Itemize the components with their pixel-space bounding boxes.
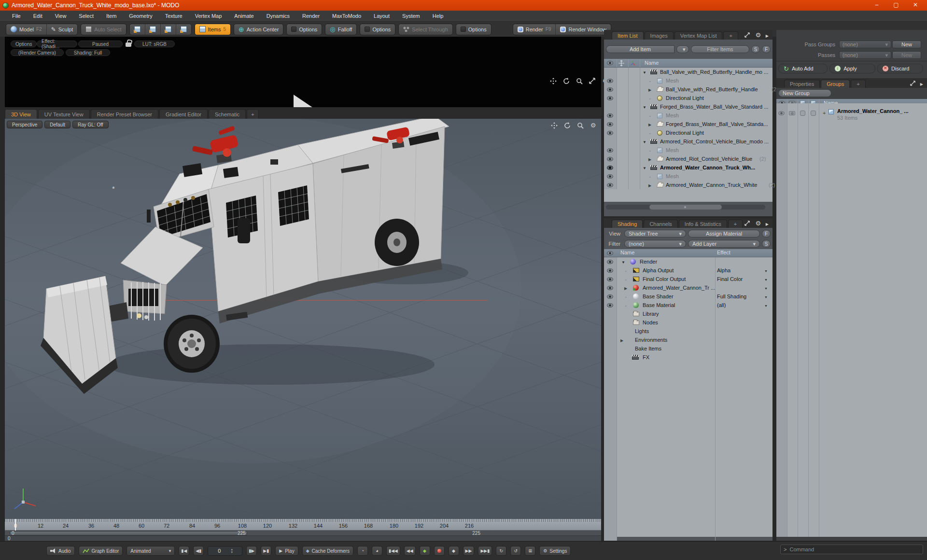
effect-dropdown-icon[interactable] (764, 267, 768, 273)
expand-icon[interactable] (624, 285, 627, 291)
visibility-eye-icon[interactable] (607, 157, 613, 161)
name-column-header[interactable]: Name (645, 60, 659, 66)
menu-edit[interactable]: Edit (27, 13, 49, 19)
group-checkbox2[interactable] (811, 111, 816, 116)
materials-mode-button[interactable] (176, 24, 191, 35)
find-button[interactable]: F (762, 45, 771, 53)
sh-maximize-icon[interactable] (744, 220, 751, 227)
visibility-eye-icon[interactable] (607, 148, 613, 153)
vp-zoom-icon[interactable] (576, 122, 584, 129)
go-to-start-button[interactable]: ▮◀ (179, 546, 189, 556)
visibility-eye-icon[interactable] (607, 277, 613, 281)
expand-plus-icon[interactable]: + (823, 110, 826, 116)
collapse-icon[interactable] (643, 69, 646, 75)
next-key-button[interactable]: ▶▶▮ (478, 546, 492, 556)
play-button[interactable]: ▶ Play (275, 546, 298, 556)
shader-row-final-color-output[interactable]: Final Color Output Final Color (604, 275, 772, 283)
pass-groups-dropdown[interactable]: (none) (839, 41, 891, 48)
auto-add-button[interactable]: Auto Add (778, 64, 828, 73)
rotate-icon[interactable] (562, 77, 570, 84)
current-frame-field[interactable]: ▲▼ (208, 546, 242, 556)
tab-groups[interactable]: Groups (821, 80, 850, 88)
pan-icon[interactable] (549, 77, 557, 84)
settings-button[interactable]: ⚙ Settings (539, 546, 571, 556)
vertices-mode-button[interactable] (130, 24, 145, 35)
tab-info-statistics[interactable]: Info & Statistics (679, 220, 727, 228)
preview-camera-button[interactable]: (Render Camera) (11, 49, 64, 56)
remove-key-button[interactable]: ◆ (449, 546, 459, 556)
item-row-instance[interactable]: Armored_Water_Cannon_Truck_White (2) (604, 181, 772, 189)
frame-spinner[interactable]: ▲▼ (230, 548, 233, 554)
model-layout-button[interactable]: Model F2 (6, 24, 47, 35)
item-list-hscrollbar[interactable] (606, 205, 765, 210)
sh-arrow-icon[interactable] (766, 221, 769, 226)
select-through-button[interactable]: Select Through (399, 24, 452, 35)
item-row-light[interactable]: Directional Light (604, 94, 772, 102)
maximize-panel-icon[interactable] (589, 77, 596, 84)
sh-s-button[interactable]: S (762, 240, 771, 248)
action-center-button[interactable]: Action Center (234, 24, 283, 35)
menu-texture[interactable]: Texture (159, 13, 189, 19)
default-shading-button[interactable]: Default (44, 121, 70, 128)
expand-icon[interactable] (648, 182, 651, 188)
menu-select[interactable]: Select (72, 13, 100, 19)
expand-icon[interactable] (648, 86, 651, 92)
items-mode-button[interactable]: Items 5 (195, 24, 230, 35)
visibility-eye-icon[interactable] (607, 268, 613, 273)
visibility-eye-icon[interactable] (607, 79, 613, 83)
menu-layout[interactable]: Layout (367, 13, 396, 19)
prev-key-button[interactable]: ▮◀◀ (386, 546, 400, 556)
raygl-button[interactable]: Ray GL: Off (72, 121, 109, 128)
add-key-button[interactable]: ◆ (420, 546, 430, 556)
assign-material-button[interactable]: Assign Material (688, 230, 760, 238)
effect-dropdown-icon[interactable] (764, 302, 768, 308)
item-row-light[interactable]: Directional Light (604, 128, 772, 137)
lock-icon[interactable] (126, 42, 131, 47)
timeline-range-bar[interactable]: 0 225 225 (5, 531, 601, 536)
grp-maximize-icon[interactable] (909, 80, 916, 87)
collapse-icon[interactable] (643, 139, 646, 144)
group-row[interactable]: + Armored_Water_Cannon_ ... 53 Items (776, 107, 927, 124)
visibility-eye-icon[interactable] (607, 286, 613, 290)
next-frame-button[interactable]: ▮▶ (246, 546, 257, 556)
edges-mode-button[interactable] (145, 24, 161, 35)
item-row-group-selected[interactable]: Armored_Water_Cannon_Truck_Wh... (604, 163, 772, 172)
visibility-eye-icon[interactable] (607, 87, 613, 92)
tab-shading[interactable]: Shading (612, 220, 643, 228)
vp-rotate-icon[interactable] (563, 122, 571, 129)
effect-dropdown-icon[interactable] (764, 285, 768, 291)
actor-button[interactable]: ◔ (357, 546, 368, 556)
menu-help[interactable]: Help (426, 13, 450, 19)
visibility-eye-icon[interactable] (607, 260, 613, 264)
passes-new-button[interactable]: New (892, 51, 921, 59)
tab-add[interactable]: + (247, 109, 258, 119)
grp-arrow-icon[interactable] (920, 81, 923, 86)
visibility-eye-icon[interactable] (607, 113, 613, 118)
minimize-button[interactable] (867, 0, 886, 11)
tab-render-preset-browser[interactable]: Render Preset Browser (91, 109, 158, 119)
animated-dropdown[interactable]: Animated ▾ (126, 546, 175, 556)
passes-dropdown[interactable]: (none) (839, 51, 891, 59)
item-row-instance[interactable]: Forged_Brass_Water_Ball_Valve_Standa... (604, 120, 772, 128)
tab-properties[interactable]: Properties (784, 80, 820, 88)
menu-geometry[interactable]: Geometry (123, 13, 158, 19)
tab-uv-texture-view[interactable]: UV Texture View (38, 109, 90, 119)
collapse-icon[interactable] (643, 165, 646, 170)
falloff-options-button[interactable]: Options (360, 24, 395, 35)
menu-dynamics[interactable]: Dynamics (260, 13, 296, 19)
tab-vertex-map-list[interactable]: Vertex Map List (674, 31, 723, 40)
expand-icon[interactable] (620, 337, 623, 343)
visibility-eye-icon[interactable] (778, 111, 785, 115)
render-button[interactable]: Render F9 (513, 24, 556, 35)
tab-channels[interactable]: Channels (644, 220, 677, 228)
vp-pan-icon[interactable] (550, 122, 558, 129)
item-row-mesh[interactable]: Mesh (604, 172, 772, 181)
sculpt-layout-button[interactable]: Sculpt (47, 24, 78, 35)
graph-editor-button[interactable]: Graph Editor (79, 546, 123, 556)
pass-groups-new-button[interactable]: New (892, 41, 921, 48)
shader-row-alpha-output[interactable]: Alpha Output Alpha (604, 266, 772, 275)
prev-frame-button[interactable]: ◀▮ (193, 546, 204, 556)
il-arrow-icon[interactable] (766, 32, 769, 38)
item-row-mesh[interactable]: Mesh (604, 76, 772, 85)
shader-row-material-group[interactable]: Armored_Water_Cannon_Tr ... (604, 283, 772, 292)
